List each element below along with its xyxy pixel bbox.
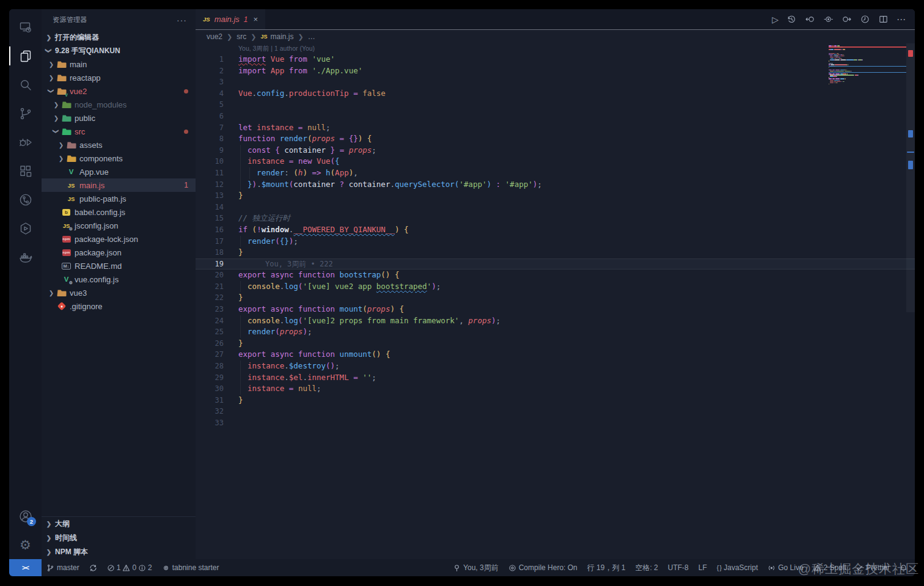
breadcrumb-item[interactable]: src <box>237 32 246 41</box>
status-prettier[interactable]: Prettier <box>851 559 895 576</box>
activitybar-gitlens-icon[interactable] <box>9 185 42 214</box>
code-line-4[interactable]: 4Vue.config.productionTip = false <box>196 88 915 100</box>
code-line-7[interactable]: 7let instance = null; <box>196 122 915 134</box>
tree-item-assets[interactable]: ❯assets <box>42 138 196 152</box>
status-problems[interactable]: 102 <box>102 559 157 576</box>
section-NPM 脚本[interactable]: ❯NPM 脚本 <box>42 545 196 559</box>
code-line-10[interactable]: 10 instance = new Vue({ <box>196 156 915 167</box>
code-line-3[interactable]: 3 <box>196 76 915 88</box>
code-line-23[interactable]: 23export async function mount(props) { <box>196 304 915 315</box>
section-大纲[interactable]: ❯大纲 <box>42 517 196 531</box>
code-line-22[interactable]: 22} <box>196 292 915 304</box>
prev-change-icon[interactable] <box>805 14 815 24</box>
activitybar-remote-explorer-icon[interactable] <box>9 13 42 42</box>
tree-item-components[interactable]: ❯components <box>42 152 196 165</box>
chevron-right-icon[interactable]: ❯ <box>46 73 56 82</box>
tree-item-babel-config-js[interactable]: bbabel.config.js <box>42 205 196 219</box>
section-open-editors[interactable]: ❯ 打开的编辑器 <box>42 31 196 44</box>
status-master[interactable]: master <box>42 559 84 576</box>
code-line-21[interactable]: 21 console.log('[vue] vue2 app bootstrap… <box>196 281 915 293</box>
tree-item-vue3[interactable]: ❯vue3 <box>42 286 196 299</box>
tab-main-js[interactable]: JS main.js 1 × <box>196 9 265 29</box>
breadcrumb-item[interactable]: JSmain.js <box>260 32 293 41</box>
code-line-15[interactable]: 15// 独立运行时 <box>196 213 915 224</box>
code-line-16[interactable]: 16if (!window.__POWERED_BY_QIANKUN__) { <box>196 224 915 236</box>
tree-item-main-js[interactable]: JSmain.js1 <box>42 178 196 192</box>
tree-item-main[interactable]: ❯main <box>42 57 196 71</box>
status-you-3-[interactable]: You, 3周前 <box>448 559 504 576</box>
status-lf[interactable]: LF <box>694 559 712 576</box>
breadcrumb-item[interactable]: vue2 <box>207 32 222 41</box>
remote-indicator[interactable]: >< <box>9 559 42 576</box>
close-icon[interactable]: × <box>252 15 260 24</box>
code-line-8[interactable]: 8function render(props = {}) { <box>196 133 915 145</box>
code-line-18[interactable]: 18} <box>196 247 915 258</box>
chevron-right-icon[interactable]: ❯ <box>51 113 61 123</box>
chevron-right-icon[interactable]: ❯ <box>51 100 61 109</box>
status-javascript[interactable]: { }JavaScript <box>712 559 763 576</box>
section-时间线[interactable]: ❯时间线 <box>42 531 196 545</box>
codelens-annotation[interactable]: You, 3周前 | 1 author (You) <box>238 43 915 54</box>
code-line-19[interactable]: 19You, 3周前 • 222 <box>196 258 915 270</box>
code-editor[interactable]: You, 3周前 | 1 author (You) 1import Vue fr… <box>196 43 915 559</box>
activitybar-account-icon[interactable]: 2 <box>9 502 42 530</box>
tree-item-public[interactable]: ❯public <box>42 111 196 125</box>
tree-item-vue-config-js[interactable]: V⚙vue.config.js <box>42 273 196 286</box>
activitybar-ext-hexagon-icon[interactable] <box>9 214 42 243</box>
minimap[interactable] <box>829 45 906 87</box>
status--2[interactable]: 空格: 2 <box>630 559 662 576</box>
tree-item-jsconfig-json[interactable]: JS⚙jsconfig.json <box>42 219 196 232</box>
code-line-24[interactable]: 24 console.log('[vue]2 props from main f… <box>196 315 915 327</box>
run-icon[interactable]: ▷ <box>772 15 779 24</box>
code-line-30[interactable]: 30 instance = null; <box>196 383 915 395</box>
code-line-27[interactable]: 27export async function unmount() { <box>196 349 915 361</box>
activitybar-extensions-icon[interactable] <box>9 156 42 185</box>
code-line-2[interactable]: 2import App from './App.vue' <box>196 65 915 77</box>
sidebar-more-icon[interactable]: ··· <box>177 15 187 25</box>
more-icon[interactable]: ⋯ <box>897 14 906 25</box>
code-line-29[interactable]: 29 instance.$el.innerHTML = ''; <box>196 372 915 384</box>
activitybar-settings-icon[interactable]: ⚙ <box>9 530 42 559</box>
tree-item-vue2[interactable]: ❯Vvue2 <box>42 84 196 98</box>
next-change-icon[interactable] <box>842 14 852 24</box>
chevron-down-icon[interactable]: ❯ <box>51 126 61 136</box>
activitybar-run-debug-icon[interactable] <box>9 128 42 156</box>
tree-item-readme-md[interactable]: M↓README.md <box>42 259 196 273</box>
tree-item-public-path-js[interactable]: JSpublic-path.js <box>42 192 196 205</box>
code-line-33[interactable]: 33 <box>196 417 915 429</box>
tree-item-reactapp[interactable]: ❯reactapp <box>42 71 196 84</box>
code-line-20[interactable]: 20export async function bootstrap() { <box>196 269 915 281</box>
blame-clock-icon[interactable] <box>860 14 870 24</box>
code-line-17[interactable]: 17 render({}); <box>196 236 915 247</box>
tree-item-src[interactable]: ❯src <box>42 125 196 138</box>
status-2-spell[interactable]: 2 Spell <box>809 559 851 576</box>
overview-ruler[interactable] <box>906 43 915 559</box>
tree-item-app-vue[interactable]: VApp.vue <box>42 165 196 178</box>
scrollbar-slider[interactable] <box>906 43 915 312</box>
status-sync[interactable] <box>84 559 102 576</box>
chevron-right-icon[interactable]: ❯ <box>46 59 56 69</box>
timeline-icon[interactable] <box>787 14 797 24</box>
chevron-right-icon[interactable]: ❯ <box>56 140 66 150</box>
breadcrumb-item[interactable]: … <box>308 32 315 41</box>
code-line-26[interactable]: 26} <box>196 338 915 350</box>
code-line-5[interactable]: 5 <box>196 99 915 111</box>
status--19-1[interactable]: 行 19，列 1 <box>582 559 631 576</box>
changes-icon[interactable] <box>823 14 834 24</box>
tree-item-node-modules[interactable]: ❯node_modules <box>42 98 196 111</box>
activitybar-explorer-icon[interactable] <box>9 42 42 70</box>
code-line-28[interactable]: 28 instance.$destroy(); <box>196 361 915 372</box>
code-line-14[interactable]: 14 <box>196 202 915 213</box>
code-line-9[interactable]: 9 const { container } = props; <box>196 145 915 156</box>
activitybar-source-control-icon[interactable] <box>9 99 42 128</box>
code-line-11[interactable]: 11 render: (h) => h(App), <box>196 167 915 179</box>
activitybar-docker-icon[interactable] <box>9 243 42 271</box>
code-line-32[interactable]: 32 <box>196 406 915 417</box>
tree-item-package-json[interactable]: npmpackage.json <box>42 246 196 259</box>
code-line-25[interactable]: 25 render(props); <box>196 326 915 338</box>
tree-item-package-lock-json[interactable]: npmpackage-lock.json <box>42 232 196 246</box>
section-project[interactable]: ❯ 9.28 手写QIANKUN <box>42 44 196 57</box>
chevron-right-icon[interactable]: ❯ <box>46 288 56 298</box>
status-bell[interactable] <box>895 559 912 576</box>
chevron-right-icon[interactable]: ❯ <box>56 153 66 163</box>
